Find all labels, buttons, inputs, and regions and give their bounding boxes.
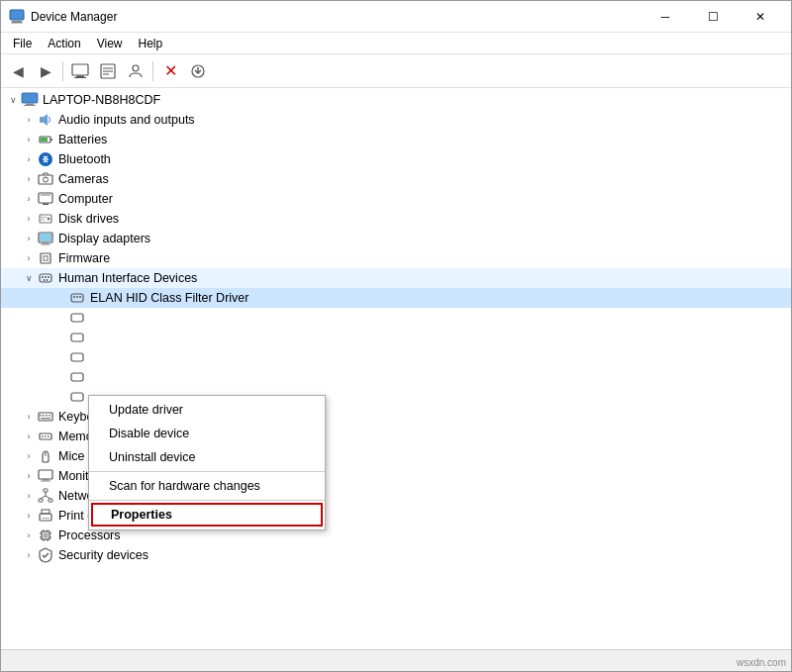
toolbar-properties[interactable] bbox=[95, 58, 121, 84]
svg-rect-32 bbox=[43, 242, 49, 244]
tree-security[interactable]: › Security devices bbox=[1, 545, 791, 565]
elan-toggle bbox=[52, 290, 68, 306]
svg-rect-49 bbox=[71, 353, 83, 361]
hid-sub5-icon bbox=[68, 389, 86, 405]
ctx-uninstall-device[interactable]: Uninstall device bbox=[89, 445, 325, 469]
toolbar-remove[interactable]: ✕ bbox=[157, 58, 183, 84]
network-toggle[interactable]: › bbox=[21, 488, 37, 504]
hid-label: Human Interface Devices bbox=[58, 271, 197, 285]
tree-computer[interactable]: › Computer bbox=[1, 189, 791, 209]
toolbar-down[interactable] bbox=[185, 58, 211, 84]
ctx-disable-device[interactable]: Disable device bbox=[89, 422, 325, 445]
root-label: LAPTOP-NB8H8CDF bbox=[43, 93, 160, 107]
svg-rect-19 bbox=[41, 138, 48, 142]
toolbar-computer[interactable] bbox=[67, 58, 93, 84]
svg-rect-54 bbox=[43, 415, 45, 417]
window-icon bbox=[9, 9, 25, 25]
firmware-icon bbox=[37, 250, 54, 266]
mice-toggle[interactable]: › bbox=[21, 448, 37, 464]
display-label: Display adapters bbox=[58, 232, 150, 245]
tree-hid-sub4[interactable] bbox=[1, 367, 791, 387]
tree-hid[interactable]: ∨ Human Interface Devices bbox=[1, 268, 791, 288]
display-toggle[interactable]: › bbox=[21, 231, 37, 246]
ctx-scan-hardware[interactable]: Scan for hardware changes bbox=[89, 474, 325, 498]
ctx-update-driver[interactable]: Update driver bbox=[89, 398, 325, 422]
tree-display[interactable]: › Display adapters bbox=[1, 229, 791, 248]
memory-toggle[interactable]: › bbox=[21, 429, 37, 444]
svg-rect-72 bbox=[40, 514, 51, 521]
svg-rect-75 bbox=[42, 520, 48, 521]
tree-bluetooth[interactable]: › Bluetooth bbox=[1, 149, 791, 169]
hid-toggle[interactable]: ∨ bbox=[21, 270, 37, 286]
toolbar-forward[interactable]: ▶ bbox=[33, 58, 58, 84]
tree-panel[interactable]: ∨ LAPTOP-NB8H8CDF › bbox=[1, 88, 791, 649]
computer-toggle[interactable]: › bbox=[21, 191, 37, 207]
svg-point-20 bbox=[39, 152, 52, 166]
tree-root[interactable]: ∨ LAPTOP-NB8H8CDF bbox=[1, 90, 791, 110]
ctx-separator-2 bbox=[89, 500, 325, 501]
svg-line-70 bbox=[41, 496, 46, 499]
toolbar-back[interactable]: ◀ bbox=[5, 58, 31, 84]
keyboards-icon bbox=[37, 409, 54, 425]
monitors-toggle[interactable]: › bbox=[21, 468, 37, 484]
device-manager-window: Device Manager ─ ☐ ✕ File Action View He… bbox=[0, 0, 792, 672]
toolbar-sep-2 bbox=[152, 61, 153, 81]
cameras-icon bbox=[37, 171, 54, 187]
bluetooth-toggle[interactable]: › bbox=[21, 151, 37, 167]
bluetooth-label: Bluetooth bbox=[58, 152, 111, 166]
svg-rect-68 bbox=[49, 499, 52, 502]
minimize-button[interactable]: ─ bbox=[643, 3, 688, 31]
keyboards-toggle[interactable]: › bbox=[21, 409, 37, 425]
tree-hid-sub3[interactable] bbox=[1, 347, 791, 367]
firmware-label: Firmware bbox=[58, 251, 110, 265]
tree-cameras[interactable]: › Cameras bbox=[1, 169, 791, 189]
disk-toggle[interactable]: › bbox=[21, 211, 37, 227]
hid-sub4-icon bbox=[68, 369, 86, 385]
ctx-separator bbox=[89, 471, 325, 472]
menu-file[interactable]: File bbox=[5, 35, 40, 52]
svg-rect-29 bbox=[41, 220, 45, 221]
processors-toggle[interactable]: › bbox=[21, 528, 37, 543]
tree-disk[interactable]: › Disk drives bbox=[1, 209, 791, 229]
svg-rect-51 bbox=[71, 393, 83, 401]
menu-help[interactable]: Help bbox=[131, 35, 171, 52]
batteries-label: Batteries bbox=[58, 133, 107, 146]
security-toggle[interactable]: › bbox=[21, 547, 37, 563]
svg-point-36 bbox=[45, 257, 48, 260]
svg-point-22 bbox=[44, 177, 49, 182]
svg-rect-60 bbox=[45, 435, 47, 437]
svg-point-27 bbox=[48, 218, 50, 221]
svg-rect-21 bbox=[39, 175, 52, 184]
svg-rect-77 bbox=[44, 533, 49, 538]
svg-rect-31 bbox=[40, 234, 51, 241]
batteries-toggle[interactable]: › bbox=[21, 132, 37, 147]
print-toggle[interactable]: › bbox=[21, 508, 37, 524]
cameras-toggle[interactable]: › bbox=[21, 171, 37, 187]
close-button[interactable]: ✕ bbox=[738, 3, 783, 31]
svg-point-10 bbox=[133, 65, 139, 71]
tree-firmware[interactable]: › Firmware bbox=[1, 248, 791, 268]
firmware-toggle[interactable]: › bbox=[21, 250, 37, 266]
tree-audio[interactable]: › Audio inputs and outputs bbox=[1, 110, 791, 130]
tree-hid-sub2[interactable] bbox=[1, 328, 791, 347]
svg-point-41 bbox=[44, 279, 46, 281]
ctx-properties[interactable]: Properties bbox=[91, 503, 323, 527]
menu-action[interactable]: Action bbox=[40, 35, 88, 52]
tree-hid-sub1[interactable] bbox=[1, 308, 791, 328]
svg-rect-14 bbox=[26, 104, 34, 106]
toolbar-user[interactable] bbox=[123, 58, 148, 84]
root-toggle[interactable]: ∨ bbox=[5, 92, 21, 108]
svg-rect-59 bbox=[42, 435, 44, 437]
menu-view[interactable]: View bbox=[89, 35, 131, 52]
svg-point-39 bbox=[45, 276, 47, 278]
processors-icon bbox=[37, 528, 54, 543]
tree-batteries[interactable]: › Batteries bbox=[1, 130, 791, 149]
svg-rect-16 bbox=[40, 117, 44, 123]
audio-toggle[interactable]: › bbox=[21, 112, 37, 128]
toolbar-sep-1 bbox=[62, 61, 63, 81]
tree-elan[interactable]: ELAN HID Class Filter Driver bbox=[1, 288, 791, 308]
svg-point-40 bbox=[48, 276, 50, 278]
maximize-button[interactable]: ☐ bbox=[690, 3, 736, 31]
svg-line-71 bbox=[46, 496, 50, 499]
display-icon bbox=[37, 231, 54, 246]
